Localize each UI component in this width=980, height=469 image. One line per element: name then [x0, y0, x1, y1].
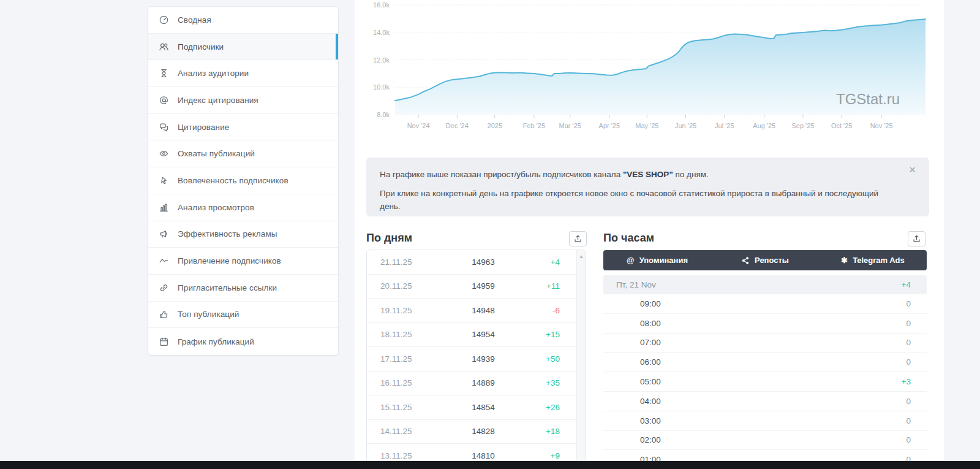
sidebar-item-label: Цитирование	[178, 123, 229, 132]
repost-icon	[741, 256, 750, 265]
svg-text:Feb '25: Feb '25	[523, 122, 545, 129]
list-item: 06:000	[603, 353, 927, 372]
hourly-day-header: Пт, 21 Nov +4	[603, 275, 927, 294]
table-row[interactable]: 14.11.2514828+18	[367, 420, 586, 444]
table-row[interactable]: 13.11.2514810+9	[367, 444, 586, 461]
list-item: 08:000	[603, 314, 927, 334]
daily-export-button[interactable]	[569, 231, 587, 246]
scroll-up-icon[interactable]: ▲	[577, 250, 586, 259]
close-icon[interactable]: ×	[909, 164, 916, 175]
mention-icon: @	[627, 256, 635, 265]
info-line-2: При клике на конкретный день на графике …	[380, 187, 901, 213]
sidebar-item-label: Подписчики	[178, 42, 224, 51]
taskbar-edge	[0, 461, 980, 469]
svg-text:Jun '25: Jun '25	[675, 122, 696, 129]
table-row[interactable]: 20.11.2514959+11	[367, 275, 586, 299]
sidebar-item-label: Анализ просмотров	[178, 203, 254, 212]
cursor-click-icon	[159, 175, 169, 186]
days-table-scrollbar[interactable]: ▲	[576, 250, 586, 461]
sidebar-item-summary[interactable]: Сводная	[148, 7, 338, 34]
daily-table: 21.11.2514963+4 20.11.2514959+11 19.11.2…	[366, 250, 586, 461]
sidebar-item-label: Индекс цитирования	[178, 96, 258, 105]
table-row[interactable]: 16.11.2514889+35	[367, 372, 586, 396]
sidebar-item-ad-effectiveness[interactable]: Эффективность рекламы	[148, 221, 338, 248]
svg-text:Aug '25: Aug '25	[753, 122, 775, 129]
list-item: 03:000	[603, 411, 927, 431]
mentions-filter-button[interactable]: @ Упоминания	[603, 250, 711, 270]
hourly-section-title: По часам	[603, 232, 654, 245]
svg-text:12.0k: 12.0k	[373, 56, 390, 64]
at-sign-icon	[159, 95, 169, 105]
analytics-sidebar: Сводная Подписчики Анализ аудитории Инде…	[148, 6, 339, 356]
sidebar-item-engagement[interactable]: Вовлеченность подписчиков	[148, 167, 338, 194]
sidebar-item-label: График публикаций	[178, 337, 254, 346]
svg-text:May '25: May '25	[635, 122, 658, 129]
svg-text:14.0k: 14.0k	[373, 29, 390, 36]
link-icon	[159, 283, 169, 293]
sidebar-item-views-analysis[interactable]: Анализ просмотров	[148, 194, 338, 221]
sidebar-item-citation-index[interactable]: Индекс цитирования	[148, 87, 338, 114]
sidebar-item-label: Сводная	[178, 15, 211, 25]
wave-icon	[159, 256, 169, 266]
svg-text:16.0k: 16.0k	[373, 1, 390, 9]
svg-text:8.0k: 8.0k	[377, 111, 390, 118]
sidebar-item-subscribers[interactable]: Подписчики	[148, 34, 338, 61]
list-item: 05:00+3	[603, 372, 927, 392]
svg-text:2025: 2025	[488, 122, 502, 129]
hourly-export-button[interactable]	[908, 231, 925, 246]
sidebar-item-label: Анализ аудитории	[178, 69, 249, 78]
list-item: 09:000	[603, 294, 927, 314]
sidebar-item-top-posts[interactable]: Топ публикаций	[148, 302, 338, 329]
table-row[interactable]: 17.11.2514939+50	[367, 347, 586, 372]
telegram-ads-icon: ✱	[841, 256, 848, 265]
list-item: 04:000	[603, 392, 927, 411]
tgstat-watermark: TGStat.ru	[836, 91, 900, 107]
reposts-filter-button[interactable]: Репосты	[711, 250, 819, 270]
sidebar-item-label: Охваты публикаций	[178, 149, 255, 158]
sidebar-item-post-schedule[interactable]: График публикаций	[148, 328, 338, 355]
chat-bubbles-icon	[159, 122, 169, 132]
subscribers-growth-chart[interactable]: TGStat.ru 8.0k10.0k12.0k14.0k16.0kNov '2…	[355, 0, 944, 138]
sidebar-item-invite-links[interactable]: Пригласительные ссылки	[148, 275, 338, 302]
main-content: TGStat.ru 8.0k10.0k12.0k14.0k16.0kNov '2…	[355, 0, 944, 461]
sidebar-item-audience-analysis[interactable]: Анализ аудитории	[148, 60, 338, 87]
hourly-filters-bar: @ Упоминания Репосты ✱ Telegram Ads	[603, 250, 927, 270]
sidebar-item-label: Эффективность рекламы	[178, 229, 277, 238]
channel-name: "VES SHOP"	[623, 170, 673, 179]
table-row[interactable]: 19.11.2514948-6	[367, 299, 586, 323]
sidebar-item-citations[interactable]: Цитирование	[148, 114, 338, 141]
table-row[interactable]: 18.11.2514954+15	[367, 323, 586, 348]
calendar-icon	[159, 337, 169, 347]
thumb-up-icon	[159, 309, 169, 319]
users-icon	[159, 42, 169, 52]
table-row[interactable]: 15.11.2514854+26	[367, 395, 586, 420]
sidebar-item-label: Пригласительные ссылки	[178, 283, 277, 292]
svg-text:Apr '25: Apr '25	[599, 122, 620, 129]
eye-icon	[159, 148, 169, 159]
svg-text:Oct '25: Oct '25	[831, 122, 853, 129]
svg-text:Nov '24: Nov '24	[407, 122, 430, 129]
list-item: 01:000	[603, 450, 927, 461]
daily-section-title: По дням	[366, 232, 412, 245]
gauge-icon	[159, 15, 169, 25]
sidebar-item-label: Топ публикаций	[178, 310, 239, 319]
hourglass-icon	[159, 68, 169, 78]
sidebar-item-subscriber-acquisition[interactable]: Привлечение подписчиков	[148, 248, 338, 275]
chart-info-box: На графике выше показан прирост/убыль по…	[366, 158, 929, 216]
list-item: 02:000	[603, 431, 927, 451]
telegram-ads-filter-button[interactable]: ✱ Telegram Ads	[819, 250, 927, 270]
table-row[interactable]: 21.11.2514963+4	[367, 250, 586, 275]
export-icon	[913, 235, 921, 243]
list-item: 07:000	[603, 334, 927, 353]
bar-chart-icon	[159, 202, 169, 213]
export-icon	[574, 235, 582, 243]
svg-text:Mar '25: Mar '25	[559, 122, 581, 129]
sidebar-item-post-reach[interactable]: Охваты публикаций	[148, 140, 338, 167]
sidebar-item-label: Вовлеченность подписчиков	[178, 176, 288, 185]
svg-text:Jul '25: Jul '25	[715, 122, 734, 129]
megaphone-icon	[159, 229, 169, 239]
svg-text:10.0k: 10.0k	[373, 83, 390, 91]
svg-text:Nov '25: Nov '25	[870, 122, 893, 129]
hourly-table: Пт, 21 Nov +4 09:000 08:000 07:000 06:00…	[603, 275, 927, 461]
svg-text:Dec '24: Dec '24	[446, 122, 469, 129]
